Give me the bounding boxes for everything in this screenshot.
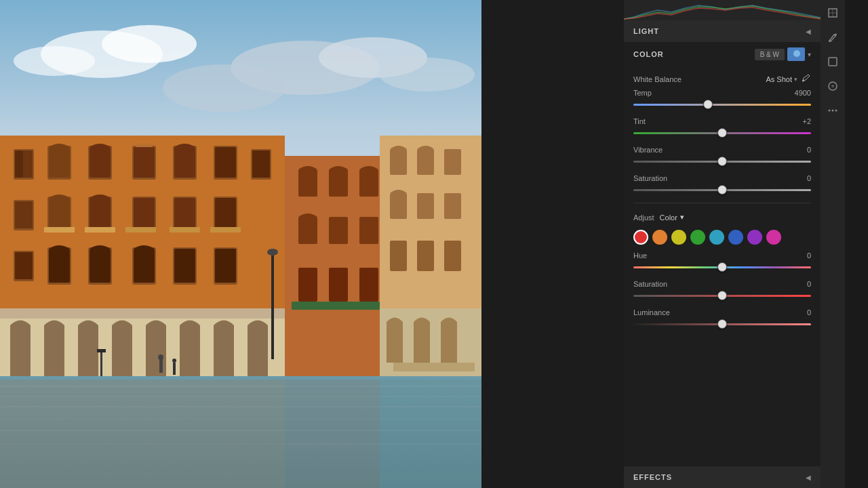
saturation-bottom-slider-row: Saturation 0 xyxy=(633,280,811,300)
luminance-label: Luminance xyxy=(633,308,670,317)
hue-slider-track-container[interactable] xyxy=(633,262,811,272)
temp-slider-track-container[interactable] xyxy=(633,100,811,109)
swatch-orange[interactable] xyxy=(652,230,667,245)
svg-rect-38 xyxy=(85,227,115,232)
svg-rect-20 xyxy=(174,147,195,178)
hue-track[interactable] xyxy=(633,266,811,268)
luminance-slider-row: Luminance 0 xyxy=(633,308,811,329)
panel-content: White Balance As Shot ▾ Temp 4900 xyxy=(624,66,821,466)
more-icon[interactable] xyxy=(825,103,840,118)
svg-rect-107 xyxy=(829,58,837,66)
circle-icon[interactable] xyxy=(825,79,840,94)
effects-section-arrow: ◀ xyxy=(806,474,811,481)
luminance-value: 0 xyxy=(807,308,811,317)
svg-rect-22 xyxy=(215,147,236,178)
swatch-yellow[interactable] xyxy=(671,230,686,245)
white-balance-row: White Balance As Shot ▾ xyxy=(633,66,811,89)
svg-rect-66 xyxy=(292,302,380,310)
svg-point-112 xyxy=(835,110,837,112)
svg-rect-96 xyxy=(173,363,176,375)
tint-value: +2 xyxy=(802,117,811,125)
effects-section-title: EFFECTS xyxy=(633,473,672,481)
svg-rect-15 xyxy=(90,147,111,178)
svg-point-2 xyxy=(102,25,197,63)
luminance-track[interactable] xyxy=(633,323,811,325)
swatch-cyan[interactable] xyxy=(709,230,724,245)
svg-rect-60 xyxy=(298,217,317,244)
swatch-green[interactable] xyxy=(690,230,705,245)
temp-value: 4900 xyxy=(795,89,811,97)
svg-rect-28 xyxy=(49,198,70,228)
tint-slider-track-container[interactable] xyxy=(633,128,811,138)
svg-point-109 xyxy=(831,85,834,87)
white-balance-dropdown[interactable]: As Shot ▾ xyxy=(766,75,797,83)
saturation-top-thumb[interactable] xyxy=(717,185,727,195)
tint-track[interactable] xyxy=(633,132,811,134)
saturation-bottom-thumb[interactable] xyxy=(717,291,727,300)
svg-rect-41 xyxy=(210,227,241,232)
vibrance-slider-track-container[interactable] xyxy=(633,157,811,166)
light-section-title: LIGHT xyxy=(633,27,659,35)
svg-point-69 xyxy=(267,249,278,256)
color-section-header: COLOR B & W ▾ xyxy=(624,42,821,66)
bw-button[interactable]: B & W xyxy=(755,49,785,60)
svg-rect-47 xyxy=(90,249,111,283)
vibrance-thumb[interactable] xyxy=(717,157,727,166)
color-active-button[interactable] xyxy=(787,47,805,61)
vibrance-track[interactable] xyxy=(633,161,811,163)
saturation-bottom-value: 0 xyxy=(807,280,811,288)
adjust-color-dropdown[interactable]: Color ▾ xyxy=(660,213,684,222)
tint-label: Tint xyxy=(633,117,646,125)
saturation-bottom-track[interactable] xyxy=(633,295,811,297)
effects-section-header[interactable]: EFFECTS ◀ xyxy=(624,466,821,488)
swatch-purple[interactable] xyxy=(747,230,762,245)
swatch-blue[interactable] xyxy=(728,230,743,245)
swatch-red[interactable] xyxy=(633,230,648,245)
svg-point-6 xyxy=(380,58,475,92)
temp-track[interactable] xyxy=(633,104,811,106)
eyedropper-icon[interactable] xyxy=(802,73,811,85)
square-icon[interactable] xyxy=(825,54,840,69)
svg-rect-11 xyxy=(15,150,23,178)
white-balance-controls: As Shot ▾ xyxy=(766,73,811,85)
svg-rect-36 xyxy=(215,198,236,228)
svg-rect-61 xyxy=(329,217,348,244)
svg-rect-24 xyxy=(252,150,270,178)
white-balance-value: As Shot xyxy=(766,75,792,83)
tint-thumb[interactable] xyxy=(717,128,727,138)
color-section-title: COLOR xyxy=(633,50,664,58)
svg-rect-82 xyxy=(393,361,475,371)
hue-thumb[interactable] xyxy=(717,262,727,272)
svg-rect-99 xyxy=(97,349,106,352)
crop-icon[interactable] xyxy=(825,5,840,20)
svg-rect-39 xyxy=(125,227,156,232)
saturation-bottom-slider-track-container[interactable] xyxy=(633,291,811,300)
svg-rect-40 xyxy=(170,227,200,232)
brush-icon[interactable] xyxy=(825,30,840,45)
saturation-top-track[interactable] xyxy=(633,189,811,191)
svg-rect-85 xyxy=(417,149,434,175)
luminance-slider-track-container[interactable] xyxy=(633,319,811,329)
swatch-magenta[interactable] xyxy=(766,230,781,245)
svg-rect-17 xyxy=(136,144,153,147)
svg-rect-26 xyxy=(15,201,33,228)
color-dropdown-arrow[interactable]: ▾ xyxy=(808,51,811,58)
temp-thumb[interactable] xyxy=(703,100,713,109)
svg-rect-43 xyxy=(15,252,33,279)
saturation-top-slider-track-container[interactable] xyxy=(633,185,811,195)
svg-point-111 xyxy=(832,110,834,112)
hue-label: Hue xyxy=(633,251,647,260)
adjust-value: Color xyxy=(660,214,677,222)
luminance-thumb[interactable] xyxy=(717,319,727,329)
svg-rect-53 xyxy=(215,249,236,283)
histogram-area xyxy=(624,0,821,20)
svg-rect-58 xyxy=(329,169,348,197)
white-balance-label: White Balance xyxy=(633,75,682,83)
light-section-arrow: ◀ xyxy=(806,28,811,35)
svg-point-101 xyxy=(793,50,800,57)
svg-rect-18 xyxy=(134,147,155,178)
svg-rect-77 xyxy=(0,380,285,488)
light-section-header[interactable]: LIGHT ◀ xyxy=(624,20,821,42)
saturation-top-label: Saturation xyxy=(633,174,667,182)
svg-point-3 xyxy=(14,46,95,76)
